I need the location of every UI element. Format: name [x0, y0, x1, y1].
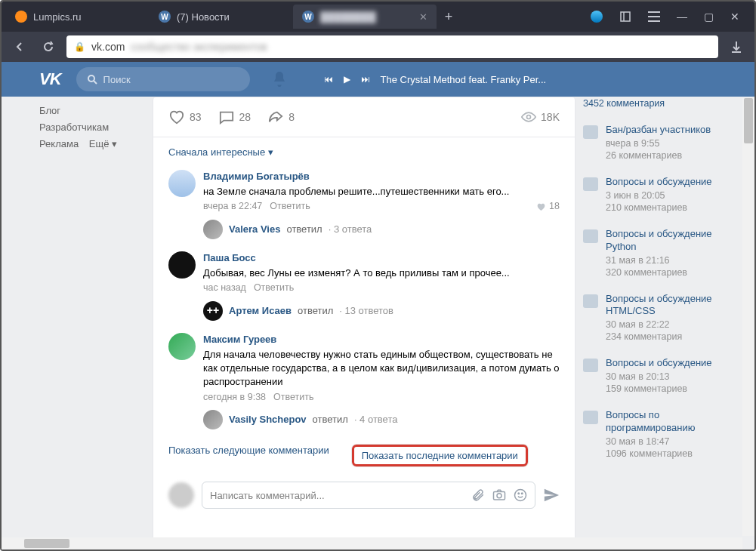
profile-icon[interactable]	[591, 11, 603, 23]
horizontal-scrollbar[interactable]	[2, 537, 742, 549]
reply-link[interactable]: Ответить	[273, 391, 313, 405]
speech-icon	[583, 294, 598, 308]
reply-link[interactable]: Ответить	[270, 200, 310, 214]
tab-title: Lumpics.ru	[33, 11, 82, 23]
show-more-row: Показать следующие комментарии Показать …	[153, 434, 575, 474]
url-path: сообщество экспериментов	[131, 41, 267, 53]
send-button[interactable]	[543, 487, 560, 503]
nav-ads[interactable]: Реклама	[39, 136, 79, 152]
reply-thread[interactable]: ++ Артем Исаев ответил · 13 ответов	[203, 301, 560, 321]
tab-title: ████████	[320, 11, 376, 23]
comments-list: Владимир Богатырёв на Земле сначала проб…	[153, 162, 575, 434]
avatar	[203, 220, 223, 239]
topic-item[interactable]: Вопросы и обсуждение 3 июн в 20:05 210 к…	[583, 170, 747, 222]
menu-icon[interactable]	[648, 11, 660, 22]
share-count: 8	[289, 111, 295, 123]
minimize-button[interactable]: —	[677, 11, 687, 23]
topic-item[interactable]: Вопросы и обсуждение HTML/CSS 30 мая в 2…	[583, 287, 747, 352]
url-input[interactable]: 🔒 vk.com сообщество экспериментов	[66, 35, 718, 58]
show-last-comments[interactable]: Показать последние комментарии	[352, 445, 528, 466]
comment-author[interactable]: Максим Гуреев	[203, 333, 560, 346]
vk-logo[interactable]: VK	[39, 69, 61, 89]
speech-icon	[583, 359, 598, 372]
svg-rect-2	[648, 11, 660, 13]
comment-text: Добывая, вес Луны ее изменят? А то ведь …	[203, 266, 560, 280]
browser-tab-active[interactable]: W ████████ ✕	[293, 5, 437, 29]
vertical-scrollbar[interactable]	[742, 98, 754, 536]
attach-icon[interactable]	[471, 488, 485, 502]
svg-point-12	[515, 490, 526, 501]
comment-time: сегодня в 9:38	[203, 391, 266, 405]
svg-point-13	[518, 493, 520, 494]
favicon-icon	[15, 11, 27, 23]
close-icon[interactable]: ✕	[419, 11, 427, 23]
avatar[interactable]	[168, 333, 196, 360]
like-button[interactable]: 83	[168, 109, 202, 125]
track-title[interactable]: The Crystal Method feat. Franky Per...	[381, 74, 547, 85]
views: 18K	[521, 111, 560, 123]
comment-author[interactable]: Владимир Богатырёв	[203, 170, 560, 183]
svg-line-8	[94, 81, 97, 84]
comment-text: на Земле сначала проблемы решите...путеш…	[203, 185, 560, 199]
speech-icon	[583, 177, 598, 191]
topic-item[interactable]: Вопросы и обсуждение Python 31 мая в 21:…	[583, 222, 747, 287]
notifications-icon[interactable]	[273, 72, 286, 87]
comment-like[interactable]: 18	[536, 200, 560, 214]
next-track-icon[interactable]: ⏭	[361, 74, 370, 85]
nav-blog[interactable]: Блог	[39, 103, 60, 119]
avatar: ++	[203, 301, 223, 321]
reload-button[interactable]	[38, 36, 59, 57]
show-next-comments[interactable]: Показать следующие комментарии	[168, 445, 329, 466]
avatar[interactable]	[168, 251, 196, 279]
speech-icon	[583, 125, 598, 139]
camera-icon[interactable]	[492, 488, 506, 502]
comment-input[interactable]: Написать комментарий...	[202, 482, 535, 509]
url-domain: vk.com	[91, 41, 125, 53]
svg-point-14	[522, 493, 523, 494]
view-count: 18K	[541, 111, 560, 123]
comment-author[interactable]: Паша Босс	[203, 251, 560, 265]
avatar[interactable]	[168, 170, 196, 197]
nav-more[interactable]: Ещё ▾	[89, 136, 117, 152]
eye-icon	[521, 112, 536, 122]
close-button[interactable]: ✕	[730, 11, 739, 23]
speech-icon	[583, 229, 598, 243]
search-input[interactable]: Поиск	[76, 67, 250, 91]
post-stats: 83 28 8 18K	[153, 97, 575, 137]
new-tab-button[interactable]: +	[437, 5, 461, 29]
topic-item[interactable]: Бан/разбан участников вчера в 9:55 26 ко…	[583, 118, 747, 170]
maximize-button[interactable]: ▢	[704, 11, 714, 23]
reply-link[interactable]: Ответить	[254, 282, 294, 295]
avatar	[203, 410, 223, 429]
reply-thread[interactable]: Vasily Shchepov ответил · 4 ответа	[203, 410, 560, 429]
avatar[interactable]	[168, 482, 194, 508]
topic-item[interactable]: Вопросы и обсуждение 30 мая в 20:13 159 …	[583, 351, 747, 403]
downloads-button[interactable]	[726, 36, 747, 57]
chevron-down-icon: ▾	[112, 138, 117, 149]
share-button[interactable]: 8	[267, 109, 295, 125]
heart-icon	[536, 202, 546, 211]
discussions-sidebar: 3452 комментария Бан/разбан участников в…	[583, 97, 754, 551]
browser-tab[interactable]: Lumpics.ru	[6, 5, 150, 29]
reply-thread[interactable]: Valera Vies ответил · 3 ответа	[203, 220, 560, 239]
comment-text: Для начала человечеству нужно стать един…	[203, 348, 560, 389]
comment-item: Паша Босс Добывая, вес Луны ее изменят? …	[168, 244, 560, 325]
topic-item[interactable]: Вопросы по программированию 30 мая в 18:…	[583, 403, 747, 468]
comment-sort[interactable]: Сначала интересные ▾	[153, 137, 575, 162]
favicon-icon: W	[302, 11, 314, 23]
comment-time: час назад	[203, 282, 246, 295]
topic-item[interactable]: 3452 комментария	[583, 97, 747, 118]
prev-track-icon[interactable]: ⏮	[324, 74, 333, 85]
sidebar-toggle-icon[interactable]	[619, 11, 631, 23]
svg-rect-4	[648, 20, 660, 22]
play-icon[interactable]: ▶	[344, 74, 350, 85]
comment-button[interactable]: 28	[218, 109, 251, 125]
browser-tab[interactable]: W (7) Новости	[150, 5, 293, 29]
vk-header: VK Поиск ⏮ ▶ ⏭ The Crystal Method feat. …	[2, 62, 754, 97]
tab-title: (7) Новости	[177, 11, 230, 23]
emoji-icon[interactable]	[514, 488, 527, 502]
back-button[interactable]	[9, 36, 30, 57]
nav-devs[interactable]: Разработчикам	[39, 119, 109, 136]
comment-item: Максим Гуреев Для начала человечеству ну…	[168, 325, 560, 434]
browser-tab-strip: Lumpics.ru W (7) Новости W ████████ ✕ + …	[2, 2, 754, 32]
